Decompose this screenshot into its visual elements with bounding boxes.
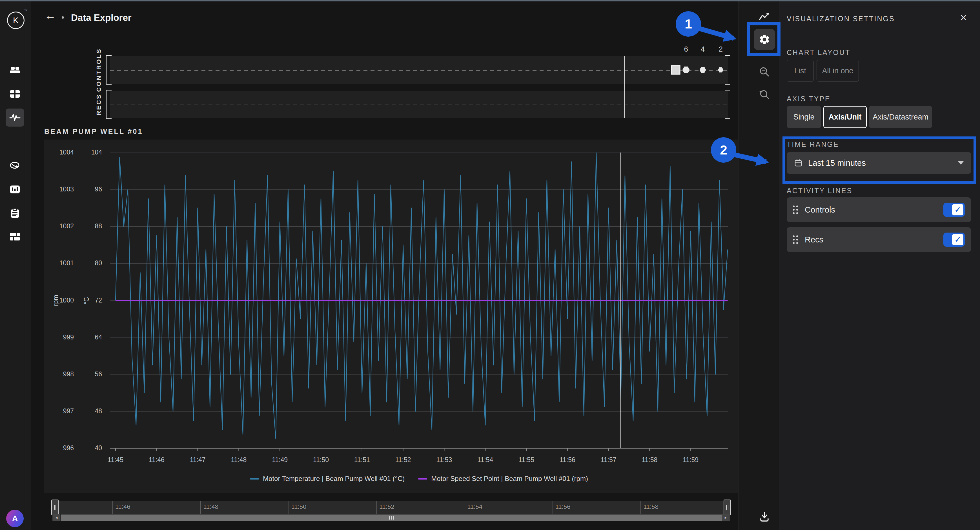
legend-item-speed-setpoint[interactable]: Motor Speed Set Point | Beam Pump Well #…	[418, 475, 588, 483]
hexagon-event-marker[interactable]	[718, 67, 723, 72]
scrollbar-thumb[interactable]	[60, 514, 722, 521]
layout-all-in-one-button[interactable]: All in one	[816, 60, 859, 82]
time-tick-label: 11:52	[395, 456, 411, 464]
timeline-label: 11:56	[555, 503, 570, 511]
timeline-label: 11:52	[379, 503, 394, 511]
timeline-tick	[113, 501, 113, 514]
bricks-icon[interactable]	[8, 65, 22, 77]
celsius-tick-label: 48	[82, 407, 102, 415]
timeline-tick	[552, 501, 553, 514]
legend-label: Motor Temperature | Beam Pump Well #01 (…	[263, 475, 405, 483]
axis-datastream-button[interactable]: Axis/Datastream	[869, 106, 932, 128]
layout-list-button[interactable]: List	[787, 60, 814, 82]
legend-item-temperature[interactable]: Motor Temperature | Beam Pump Well #01 (…	[250, 475, 405, 483]
time-tick-label: 11:48	[231, 456, 247, 464]
time-series-plot[interactable]	[110, 153, 728, 451]
drag-handle-icon[interactable]	[793, 235, 798, 244]
timeline-tick	[465, 501, 465, 514]
grid-icon[interactable]	[8, 88, 22, 100]
drag-handle-icon[interactable]	[793, 206, 798, 214]
controls-markers-layer: 642	[110, 56, 728, 84]
axis-single-button[interactable]: Single	[787, 106, 821, 128]
time-tick-label: 11:56	[560, 456, 575, 464]
close-icon[interactable]: ✕	[960, 13, 967, 23]
trend-icon[interactable]	[758, 10, 771, 22]
time-tick-label: 11:49	[272, 456, 288, 464]
controls-lane-label: CONTROLS	[95, 48, 103, 92]
celsius-tick-label: 88	[82, 222, 102, 230]
hexagon-event-marker[interactable]	[682, 67, 690, 73]
timeline-label: 11:46	[115, 503, 130, 511]
rpm-tick-label: 1004	[48, 148, 74, 156]
app-window: K ™ A ← Data Explorer C	[0, 0, 980, 530]
download-icon[interactable]	[758, 511, 771, 523]
bar-chart-icon[interactable]	[8, 183, 22, 196]
time-tick-label: 11:47	[190, 456, 206, 464]
pulse-icon[interactable]	[8, 111, 22, 124]
check-icon: ✓	[952, 234, 963, 245]
time-range-highlight-box	[783, 136, 976, 184]
user-avatar[interactable]: A	[6, 510, 24, 527]
time-tick-label: 11:45	[108, 456, 123, 464]
timeline-tick	[377, 501, 377, 514]
celsius-axis-unit: °C	[83, 294, 91, 308]
check-icon: ✓	[952, 204, 963, 216]
activity-line-recs-row[interactable]: Recs ✓	[787, 227, 971, 252]
recs-lane-label: RECS	[95, 94, 103, 115]
activity-lines-label: ACTIVITY LINES	[787, 187, 852, 195]
activity-time-cursor[interactable]	[624, 56, 625, 118]
event-marker-count: 2	[719, 45, 722, 54]
controls-activity-lane[interactable]: CONTROLS 642	[110, 56, 728, 84]
scroll-right-arrow[interactable]: ▸	[722, 514, 730, 521]
chart-legend: Motor Temperature | Beam Pump Well #01 (…	[110, 475, 728, 483]
scroll-left-arrow[interactable]: ◂	[53, 514, 60, 521]
timeline-label: 11:54	[468, 503, 482, 511]
time-tick-label: 11:46	[149, 456, 165, 464]
sidebar: K ™ A	[0, 2, 30, 530]
rpm-tick-label: 1003	[48, 185, 74, 193]
page-title: Data Explorer	[71, 13, 132, 23]
square-event-marker[interactable]	[671, 65, 680, 75]
celsius-tick-label: 104	[82, 148, 102, 156]
horizontal-scrollbar[interactable]: ◂ ▸	[52, 514, 730, 521]
timeline-label: 11:50	[291, 503, 306, 511]
activity-line-controls-row[interactable]: Controls ✓	[787, 197, 971, 222]
breadcrumb-dot	[62, 16, 64, 19]
celsius-tick-label: 96	[82, 185, 102, 193]
trademark-label: ™	[24, 9, 27, 12]
timeline-left-handle[interactable]	[51, 500, 59, 515]
axis-unit-button[interactable]: Axis/Unit	[823, 106, 867, 128]
recs-activity-lane[interactable]: RECS	[110, 91, 728, 118]
time-tick-label: 11:55	[519, 456, 534, 464]
chart-layout-label: CHART LAYOUT	[787, 48, 850, 57]
activity-line-label: Controls	[805, 205, 937, 214]
rpm-tick-label: 998	[48, 370, 74, 378]
celsius-tick-label: 56	[82, 370, 102, 378]
chart-toolbar	[738, 2, 780, 530]
rpm-tick-label: 999	[48, 334, 74, 341]
zoom-out-icon[interactable]	[758, 66, 771, 78]
chart-title: BEAM PUMP WELL #01	[44, 128, 143, 136]
speed-series-swatch	[418, 478, 427, 479]
kelvin-logo[interactable]: K	[7, 11, 24, 29]
hexagon-event-marker[interactable]	[700, 67, 706, 73]
annotation-step-2: 2	[711, 137, 736, 163]
controls-toggle[interactable]: ✓	[943, 203, 965, 217]
plot-canvas[interactable]	[110, 153, 728, 451]
gear-highlight-box	[747, 22, 781, 56]
annotation-step-1: 1	[676, 11, 701, 37]
tiles-icon[interactable]	[8, 231, 22, 243]
time-tick-label: 11:54	[477, 456, 493, 464]
loop-arrow-icon[interactable]	[8, 160, 22, 172]
recs-toggle[interactable]: ✓	[943, 233, 965, 247]
event-marker-count: 4	[701, 45, 705, 54]
back-button[interactable]: ←	[44, 10, 56, 21]
axis-type-label: AXIS TYPE	[787, 95, 830, 103]
timeline-label: 11:48	[203, 503, 218, 511]
timeline-minimap[interactable]: 11:4611:4811:5011:5211:5411:5611:58	[52, 501, 730, 514]
rpm-axis-unit: rpm	[52, 292, 60, 309]
rpm-tick-label: 997	[48, 407, 74, 415]
clipboard-icon[interactable]	[8, 207, 22, 219]
zoom-reset-icon[interactable]	[758, 88, 771, 101]
timeline-right-handle[interactable]	[724, 500, 731, 515]
